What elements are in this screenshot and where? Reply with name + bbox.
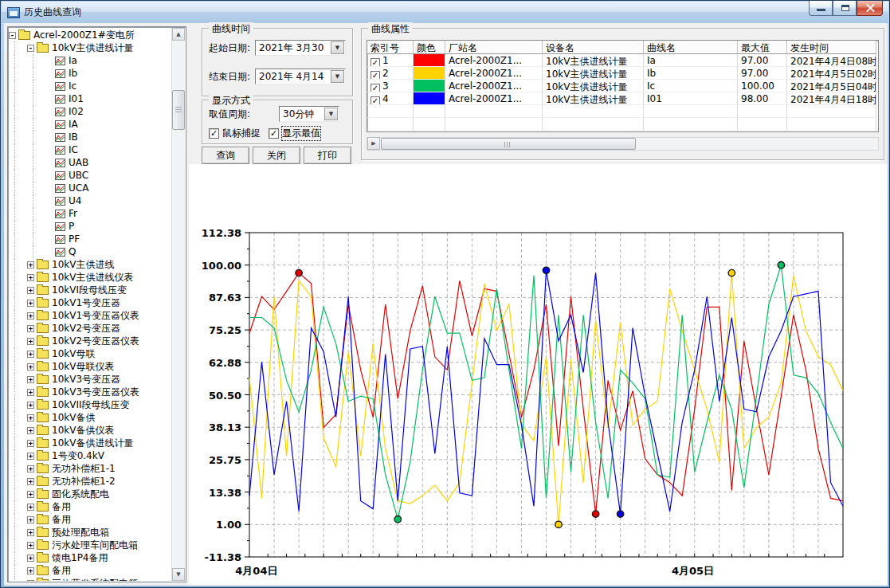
tree-item[interactable]: I02 — [9, 105, 171, 118]
period-dropdown-arrow-icon[interactable]: ▼ — [324, 108, 338, 120]
tree-item-label[interactable]: IC — [69, 144, 78, 155]
tree-item-label[interactable]: Fr — [69, 208, 77, 219]
tree-item-label[interactable]: 三效蒸发系统配电箱 — [52, 577, 138, 582]
tree-item[interactable]: +10kV母联仪表 — [9, 360, 171, 373]
tree-item[interactable]: +10kV1号变压器 — [9, 296, 171, 309]
expand-toggle-icon[interactable]: + — [27, 542, 34, 549]
tree-item[interactable]: +10kV2号变压器 — [9, 322, 171, 335]
tree-item-label[interactable]: 预处理配电箱 — [52, 526, 109, 539]
tree-item[interactable]: +无功补偿柜1-1 — [9, 462, 171, 475]
tree-item-label[interactable]: 10kV母联 — [52, 347, 95, 361]
tree-item[interactable]: +10kV母联 — [9, 347, 171, 360]
tree-item-label[interactable]: 备用 — [52, 513, 71, 527]
close-query-button[interactable]: 关闭 — [253, 147, 300, 164]
table-row[interactable]: ✓2Acrel-2000Z1...10kV主供进线计量Ib97.002021年4… — [367, 67, 878, 80]
expand-toggle-icon[interactable]: + — [27, 261, 34, 269]
column-header[interactable]: 最大值 — [738, 41, 787, 54]
show-extremes-checkbox[interactable]: ✓ — [269, 128, 279, 139]
tree-item[interactable]: I01 — [9, 92, 171, 105]
curve-visible-checkbox[interactable]: ✓ — [371, 71, 380, 80]
tree-item[interactable]: +备用 — [9, 564, 171, 577]
expand-toggle-icon[interactable]: + — [27, 555, 34, 562]
column-header[interactable]: 发生时间 — [787, 41, 876, 54]
restore-button[interactable] — [833, 1, 857, 16]
column-header[interactable]: 颜色 — [414, 41, 445, 54]
query-button[interactable]: 查询 — [202, 147, 249, 164]
tree-item-label[interactable]: 10kVII段母线压变 — [52, 398, 130, 412]
expand-toggle-icon[interactable]: + — [27, 465, 34, 472]
tree-item[interactable]: +备用 — [9, 513, 171, 526]
tree-item-label[interactable]: 10kV主供进线计量 — [52, 41, 133, 55]
tree-item-label[interactable]: 10kV母联仪表 — [52, 360, 114, 374]
expand-toggle-icon[interactable]: + — [27, 300, 34, 307]
tree-item-label[interactable]: Ib — [69, 68, 77, 79]
tree-item-label[interactable]: 10kV2号变压器仪表 — [52, 335, 139, 348]
tree-item[interactable]: +三效蒸发系统配电箱 — [9, 577, 171, 581]
print-button[interactable]: 打印 — [304, 147, 351, 164]
curve-visible-checkbox[interactable]: ✓ — [371, 84, 380, 92]
tree-item-label[interactable]: 10kV主供进线 — [52, 258, 114, 272]
expand-toggle-icon[interactable]: + — [27, 529, 34, 536]
tree-item-label[interactable]: Acrel-2000Z1#变电所 — [33, 29, 135, 42]
expand-toggle-icon[interactable]: + — [27, 567, 34, 574]
tree-item-label[interactable]: 备用 — [52, 564, 71, 578]
tree-item[interactable]: +馈电1P4备用 — [9, 551, 171, 564]
tree-item[interactable]: +无功补偿柜1-2 — [9, 475, 171, 488]
tree-item-label[interactable]: 10kV2号变压器 — [52, 322, 120, 335]
tree-item[interactable]: +10kV3号变压器仪表 — [9, 386, 171, 398]
expand-toggle-icon[interactable]: + — [27, 580, 34, 582]
minimize-button[interactable] — [809, 1, 833, 16]
close-button[interactable] — [857, 1, 883, 16]
tree-item[interactable]: +预处理配电箱 — [9, 526, 171, 539]
expand-toggle-icon[interactable]: + — [27, 427, 34, 434]
tree-item-label[interactable]: Q — [69, 246, 76, 257]
tree-item-label[interactable]: 无功补偿柜1-1 — [52, 462, 116, 476]
tree-item-label[interactable]: 污水处理车间配电箱 — [52, 539, 138, 552]
table-row[interactable]: ✓4Acrel-2000Z1...10kV主供进线计量I0198.002021年… — [367, 92, 878, 105]
tree-item-label[interactable]: 固化系统配电 — [52, 488, 109, 501]
tree-item[interactable]: U4 — [9, 194, 171, 207]
expand-toggle-icon[interactable]: + — [27, 325, 34, 332]
tree-item[interactable]: +10kV主供进线仪表 — [9, 271, 171, 284]
tree-item[interactable]: +10kV主供进线 — [9, 258, 171, 271]
expand-toggle-icon[interactable]: + — [27, 351, 34, 358]
tree-item-label[interactable]: 10kV备供 — [52, 411, 95, 425]
tree-item[interactable]: PF — [9, 233, 171, 245]
tree-item[interactable]: IB — [9, 131, 171, 143]
column-header[interactable]: 索引号 — [367, 41, 414, 54]
tree-scroll-thumb[interactable] — [172, 90, 185, 130]
expand-toggle-icon[interactable]: + — [27, 363, 34, 370]
expand-toggle-icon[interactable]: + — [27, 491, 34, 498]
tree-item[interactable]: +10kV3号变压器 — [9, 373, 171, 386]
tree-item[interactable]: +10kV备供进线计量 — [9, 437, 171, 449]
tree-item-label[interactable]: 10kV备供仪表 — [52, 424, 114, 437]
tree-item-label[interactable]: Ic — [69, 80, 76, 92]
column-header[interactable]: 设备名 — [543, 41, 644, 54]
curve-table[interactable]: 索引号颜色厂站名设备名曲线名最大值发生时间✓1Acrel-2000Z1...10… — [367, 40, 879, 132]
expand-toggle-icon[interactable]: + — [27, 402, 34, 409]
expand-toggle-icon[interactable]: + — [27, 389, 34, 396]
tree-item[interactable]: UBC — [9, 169, 171, 182]
table-scroll-thumb[interactable] — [381, 138, 636, 150]
expand-toggle-icon[interactable]: + — [27, 287, 34, 294]
expand-toggle-icon[interactable]: + — [27, 516, 34, 523]
tree-item[interactable]: Ia — [9, 54, 171, 67]
tree-item-label[interactable]: Ia — [69, 55, 77, 66]
scroll-up-arrow-icon[interactable]: ▲ — [172, 28, 185, 41]
curve-visible-checkbox[interactable]: ✓ — [371, 96, 380, 105]
period-combobox[interactable]: 30分钟 ▼ — [279, 106, 339, 122]
device-tree[interactable]: -Acrel-2000Z1#变电所-10kV主供进线计量IaIbIcI01I02… — [7, 26, 186, 582]
tree-item[interactable]: +1号变0.4kV — [9, 449, 171, 462]
tree-item-label[interactable]: 1号变0.4kV — [52, 449, 104, 463]
expand-toggle-icon[interactable]: + — [27, 274, 34, 281]
tree-item-label[interactable]: U4 — [69, 195, 81, 206]
tree-scrollbar[interactable]: ▲ ▼ — [171, 28, 185, 581]
tree-item[interactable]: +10kVII段母线压变 — [9, 398, 171, 411]
tree-item[interactable]: -Acrel-2000Z1#变电所 — [9, 29, 171, 41]
tree-item-label[interactable]: 10kV备供进线计量 — [52, 437, 133, 450]
tree-item[interactable]: UAB — [9, 156, 171, 169]
tree-item-label[interactable]: 10kVI段母线压变 — [52, 284, 127, 297]
tree-item[interactable]: IC — [9, 143, 171, 156]
column-header[interactable]: 曲线名 — [644, 41, 738, 54]
tree-item-label[interactable]: IB — [69, 131, 78, 143]
